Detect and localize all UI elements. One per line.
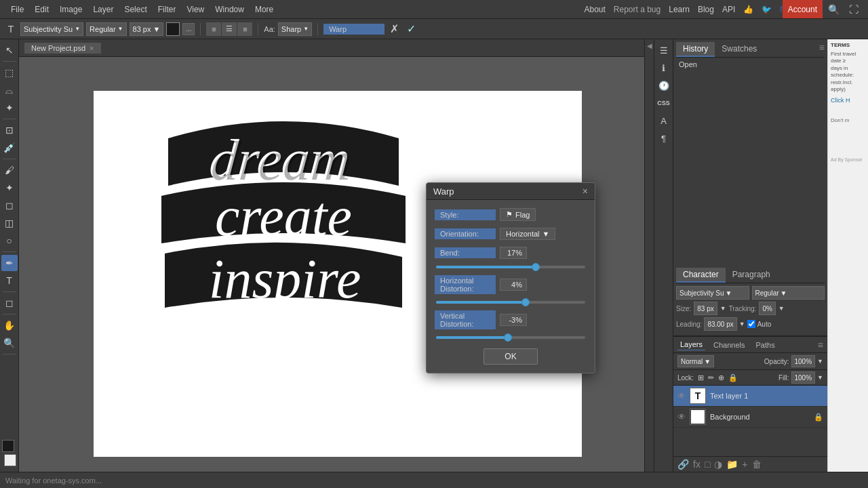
opacity-value[interactable]: 100% [791,355,816,367]
font-style-dropdown[interactable]: Regular ▼ [86,22,126,36]
fill-value[interactable]: 100% [791,371,816,384]
link-about[interactable]: About [584,5,605,14]
group-layers-button[interactable]: 📁 [726,459,738,470]
char-leading-field[interactable]: 83.00 px [704,317,736,331]
char-font-family-dropdown[interactable]: Subjectivity Su ▼ [676,286,749,300]
lock-pixels-icon[interactable]: ✏ [708,373,714,382]
reddit-icon[interactable]: 👍 [743,5,753,14]
menu-account[interactable]: Account [783,0,823,18]
tab-history[interactable]: History [676,42,715,57]
type-tool[interactable]: T [1,272,18,289]
add-mask-button[interactable]: □ [705,459,710,470]
link-blog[interactable]: Blog [698,5,714,14]
eyedropper-tool[interactable]: 💉 [1,140,18,156]
font-family-dropdown[interactable]: Subjectivity Su ▼ [20,22,83,36]
menu-more[interactable]: More [250,0,279,18]
auto-leading-checkbox[interactable] [747,320,755,328]
cancel-warp-button[interactable]: ✗ [387,22,401,35]
hdist-slider-track[interactable] [436,301,585,304]
tab-paragraph[interactable]: Paragraph [726,268,777,283]
link-report-bug[interactable]: Report a bug [614,5,660,14]
vdist-slider-container[interactable] [435,336,587,339]
zoom-tool[interactable]: 🔍 [1,335,18,351]
foreground-color[interactable] [2,440,14,452]
bend-slider-track[interactable] [436,266,585,268]
marquee-tool[interactable]: ⬚ [1,64,18,81]
vdist-slider-thumb[interactable] [504,333,512,342]
delete-layer-button[interactable]: 🗑 [752,459,762,470]
tab-paths[interactable]: Paths [753,340,778,350]
antialiasing-dropdown[interactable]: Sharp ▼ [278,22,312,36]
crop-tool[interactable]: ⊡ [1,122,18,138]
history-icon-strip[interactable]: 🕐 [656,77,672,94]
more-options-button[interactable]: ... [182,23,195,35]
hdist-slider-thumb[interactable] [521,298,530,306]
tab-character[interactable]: Character [676,268,726,283]
magic-wand-tool[interactable]: ✦ [1,100,18,116]
history-panel-menu[interactable]: ≡ [819,42,825,57]
character-icon[interactable]: A [656,113,672,129]
lock-all-icon[interactable]: 🔒 [728,373,738,382]
link-learn[interactable]: Learn [669,5,690,14]
menu-window[interactable]: Window [210,0,250,18]
move-tool[interactable]: ↖ [1,42,18,58]
menu-select[interactable]: Select [119,0,152,18]
lock-transparent-icon[interactable]: ⊞ [698,373,704,382]
lock-position-icon[interactable]: ⊕ [718,373,724,382]
pen-tool[interactable]: ✒ [1,255,18,271]
gradient-tool[interactable]: ◫ [1,215,18,231]
layer-eye-text[interactable]: 👁 [677,391,686,401]
menu-edit[interactable]: Edit [29,0,54,18]
eraser-tool[interactable]: ◻ [1,197,18,214]
lasso-tool[interactable]: ⌓ [1,82,18,98]
fullscreen-icon[interactable]: ⛶ [845,4,863,15]
bend-slider-thumb[interactable] [532,263,540,271]
link-layers-button[interactable]: 🔗 [677,459,689,470]
menu-file[interactable]: File [5,0,29,18]
vdist-slider-track[interactable] [436,336,585,339]
bend-slider-container[interactable] [435,266,587,268]
align-right-button[interactable]: ≡ [237,22,252,36]
menu-filter[interactable]: Filter [153,0,182,18]
dodge-tool[interactable]: ○ [1,232,18,249]
new-layer-button[interactable]: + [742,459,747,470]
hand-tool[interactable]: ✋ [1,317,18,333]
layer-eye-bg[interactable]: 👁 [677,412,686,422]
info-icon[interactable]: ℹ [656,60,672,76]
background-color[interactable] [4,454,16,466]
history-item-open[interactable]: Open [676,59,825,70]
layer-item-text[interactable]: 👁 T Text layer 1 [673,386,827,407]
tab-channels[interactable]: Channels [711,340,747,350]
adjustment-button[interactable]: ◑ [714,459,722,470]
tab-swatches[interactable]: Swatches [715,42,764,57]
warp-ok-button[interactable]: OK [484,348,538,365]
warp-orient-dropdown[interactable]: Horizontal ▼ [500,228,555,240]
right-collapse-button[interactable]: ◀ [644,39,654,472]
char-font-style-dropdown[interactable]: Regular ▼ [752,286,825,300]
align-left-button[interactable]: ≡ [206,22,221,36]
layers-icon[interactable]: ☰ [656,42,672,58]
fx-layers-button[interactable]: fx [693,459,701,470]
menu-image[interactable]: Image [54,0,87,18]
warp-close-button[interactable]: × [583,186,588,197]
link-api[interactable]: API [722,5,735,14]
tab-layers[interactable]: Layers [677,339,705,350]
warp-button[interactable]: Warp [323,24,384,35]
layer-item-background[interactable]: 👁 Background 🔒 [673,407,827,428]
paragraph-icon[interactable]: ¶ [656,130,672,146]
twitter-icon[interactable]: 🐦 [762,5,772,14]
confirm-warp-button[interactable]: ✓ [404,22,418,35]
auto-leading-checkbox-label[interactable]: Auto [747,320,772,328]
ad-cta[interactable]: Click H [831,97,865,104]
canvas-tab-close[interactable]: × [90,44,94,52]
clone-stamp-tool[interactable]: ✦ [1,180,18,196]
brush-tool[interactable]: 🖌 [1,162,18,178]
color-swatch[interactable] [166,22,180,36]
menu-view[interactable]: View [181,0,210,18]
css-icon[interactable]: CSS [656,95,672,111]
char-tracking-field[interactable]: 0% [759,302,775,315]
shape-tool[interactable]: ◻ [1,295,18,311]
blend-mode-dropdown[interactable]: Normal ▼ [677,355,714,367]
canvas-tab-item[interactable]: New Project.psd × [24,43,101,54]
hdist-slider-container[interactable] [435,301,587,304]
